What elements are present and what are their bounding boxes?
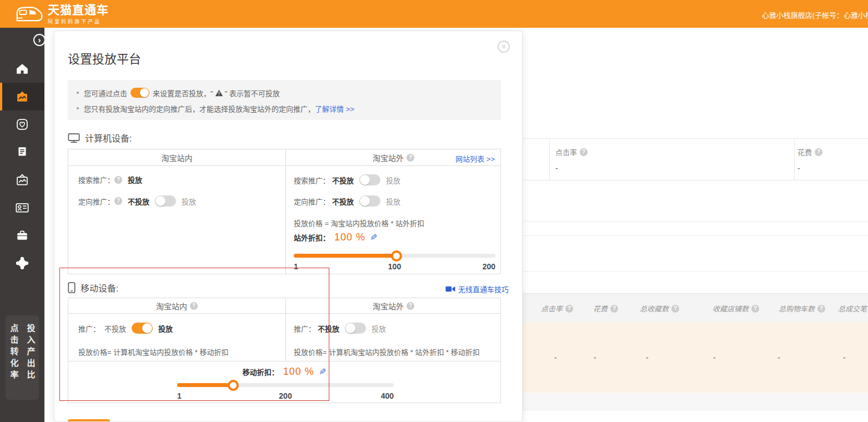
- mobile-inside-toggle[interactable]: [132, 323, 153, 334]
- alt-state-text: 投放: [182, 196, 196, 207]
- help-icon[interactable]: ?: [114, 197, 122, 205]
- account-name: 心雅小栈旗舰店(子帐号：心雅小栈: [762, 9, 868, 20]
- help-icon[interactable]: ?: [751, 305, 759, 313]
- sidebar-item-tools[interactable]: [0, 222, 44, 249]
- monitor-icon: [68, 133, 80, 143]
- sidebar-nav: [0, 55, 44, 277]
- tip-text: 您只有投放淘宝站内的定向推广后，才能选择投放淘宝站外的定向推广，: [84, 103, 315, 114]
- divider: [523, 271, 868, 272]
- row-label: 搜索推广：: [294, 175, 330, 185]
- section-title: 移动设备:: [81, 281, 118, 294]
- slider-handle[interactable]: [228, 380, 239, 391]
- discount-value: 100 %: [334, 232, 365, 243]
- sidebar-item-favorites[interactable]: [0, 110, 44, 138]
- metric-clickrate-label[interactable]: 点击转化率: [8, 324, 20, 400]
- outside-search-toggle[interactable]: [359, 174, 380, 185]
- help-icon[interactable]: ?: [114, 176, 122, 184]
- scale-min: 1: [294, 262, 298, 271]
- stat-clickrate: 点击率? -: [555, 147, 588, 173]
- row-label: 推广：: [78, 323, 100, 334]
- outside-target-toggle[interactable]: [359, 195, 380, 207]
- tip-text: 您可通过点击: [84, 88, 127, 98]
- inside-target-toggle[interactable]: [155, 195, 176, 207]
- help-icon[interactable]: ?: [407, 302, 414, 310]
- stat-cost: 花费? -: [797, 147, 822, 173]
- floating-metrics-widget[interactable]: 点击转化率 投入产出比: [6, 315, 39, 400]
- divider: [549, 139, 550, 180]
- scale-max: 200: [483, 262, 495, 271]
- sidebar-item-gallery[interactable]: [0, 166, 44, 194]
- site-list-link[interactable]: 网站列表 >>: [455, 153, 495, 164]
- gallery-icon: [15, 173, 29, 187]
- divider: [523, 235, 868, 236]
- state-text: 投放: [128, 174, 142, 185]
- app-logo: 天猫直通车 阿里妈妈旗下产品: [16, 3, 109, 25]
- logo-title: 天猫直通车: [48, 3, 109, 17]
- sidebar: ›: [0, 28, 44, 422]
- learn-more-link[interactable]: 了解详情 >>: [315, 103, 354, 114]
- favorite-icon: [16, 118, 29, 131]
- help-icon[interactable]: ?: [565, 305, 573, 313]
- outside-discount: 站外折扣： 100 % ✎: [294, 232, 377, 243]
- divider: [68, 361, 500, 361]
- sidebar-item-home[interactable]: [0, 55, 44, 83]
- slider-handle[interactable]: [391, 250, 402, 262]
- help-icon[interactable]: ?: [671, 305, 679, 313]
- inside-target-row: 定向推广： ? 不投放 投放: [78, 195, 196, 207]
- computer-section-heading: 计算机设备:: [68, 131, 132, 144]
- column-label: 总成交笔: [838, 303, 867, 314]
- video-camera-icon: [445, 285, 455, 293]
- sidebar-item-reports[interactable]: [0, 138, 44, 166]
- mobile-outside-toggle[interactable]: [345, 323, 366, 334]
- help-icon[interactable]: ?: [407, 154, 414, 162]
- dashboard-background: 点击率? - 花费? - 点击率? 花费? 总收藏数? 收藏店铺数? 总购物车数…: [523, 28, 868, 422]
- state-text: 不投放: [104, 323, 126, 334]
- sidebar-item-account[interactable]: [0, 194, 44, 222]
- logo-text: 天猫直通车 阿里妈妈旗下产品: [48, 3, 109, 25]
- column-label: 总购物车数: [779, 303, 815, 314]
- mobile-discount-slider[interactable]: [177, 383, 394, 387]
- app-screen: 点击率? - 花费? - 点击率? 花费? 总收藏数? 收藏店铺数? 总购物车数…: [0, 0, 868, 422]
- scale-mid: 200: [279, 391, 292, 400]
- help-icon[interactable]: ?: [580, 148, 588, 156]
- mobile-outside-formula: 投放价格= 计算机淘宝站内投放价格 * 站外折扣 * 移动折扣: [294, 346, 480, 357]
- expand-sidebar-button[interactable]: ›: [33, 34, 46, 46]
- cell-value: -: [594, 353, 596, 362]
- report-table-row: - - - - - -: [523, 322, 868, 393]
- wireless-tips-link[interactable]: 无线直通车技巧: [445, 284, 509, 294]
- help-icon[interactable]: ?: [190, 302, 198, 310]
- tip-text: 来设置是否投放，": [153, 88, 213, 98]
- state-text: 不投放: [128, 196, 149, 207]
- sidebar-item-service[interactable]: [0, 249, 44, 277]
- close-icon[interactable]: ✕: [498, 41, 510, 53]
- alt-state-text: 投放: [372, 323, 386, 334]
- metric-roi-label[interactable]: 投入产出比: [25, 324, 37, 400]
- inside-search-row: 搜索推广： ? 投放: [78, 174, 142, 185]
- cell-value: -: [713, 353, 716, 362]
- divider: [285, 149, 286, 275]
- cell-value: -: [554, 353, 557, 362]
- mobile-platform-table: 淘宝站内? 淘宝站外? 推广： 不投放 投放 投放价格= 计算机淘宝站内投放价格…: [68, 298, 501, 403]
- sidebar-item-campaign[interactable]: [0, 83, 44, 110]
- edit-pencil-icon[interactable]: ✎: [319, 366, 326, 377]
- row-label: 定向推广：: [78, 196, 114, 207]
- tip-text: " 表示暂不可投放: [225, 88, 280, 98]
- state-text: 不投放: [318, 323, 339, 334]
- confirm-button[interactable]: [68, 419, 110, 422]
- tip-line-2: 您只有投放淘宝站内的定向推广后，才能选择投放淘宝站外的定向推广， 了解详情 >>: [77, 102, 492, 115]
- mobile-inside-formula: 投放价格= 计算机淘宝站内投放价格 * 移动折扣: [78, 346, 229, 357]
- help-icon[interactable]: ?: [610, 305, 618, 313]
- dialog-title: 设置投放平台: [68, 49, 141, 67]
- report-table-footer: [523, 393, 868, 411]
- discount-label: 移动折扣：: [243, 366, 279, 377]
- table-header: 淘宝站内 淘宝站外? 网站列表 >>: [68, 149, 500, 166]
- toggle-example-icon: [131, 88, 149, 98]
- train-icon: [16, 4, 43, 24]
- outside-target-row: 定向推广： 不投放 投放: [294, 195, 400, 207]
- outside-discount-slider[interactable]: [294, 254, 495, 258]
- edit-pencil-icon[interactable]: ✎: [370, 232, 377, 243]
- column-label: 点击率: [541, 303, 563, 314]
- help-icon[interactable]: ?: [817, 305, 825, 313]
- bullet-icon: [77, 92, 79, 94]
- help-icon[interactable]: ?: [815, 148, 822, 156]
